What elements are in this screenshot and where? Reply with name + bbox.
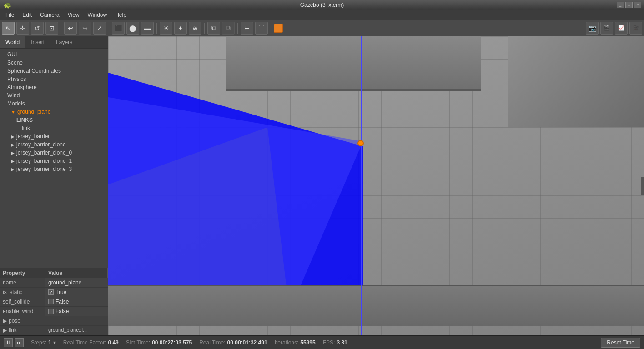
tree-jersey-barrier-clone-1[interactable]: ▶jersey_barrier_clone_1 bbox=[0, 157, 108, 165]
expand-btn[interactable]: ⤢ bbox=[93, 22, 106, 35]
right-edge-indicator bbox=[641, 177, 644, 195]
prop-isstatic-val: ✓ True bbox=[45, 288, 108, 297]
titlebar: 🐢 Gazebo (3_xterm) _ □ × bbox=[0, 0, 644, 10]
prop-selfcollide-row[interactable]: self_collide False bbox=[0, 297, 108, 307]
tree-scene[interactable]: Scene bbox=[0, 59, 108, 67]
simtime-item: Sim Time: 00 00:27:03.575 bbox=[126, 339, 192, 346]
tree-link[interactable]: link bbox=[0, 124, 108, 132]
tree-jersey-barrier[interactable]: ▶jersey_barrier bbox=[0, 132, 108, 140]
selection-handle[interactable] bbox=[357, 140, 364, 146]
menu-camera[interactable]: Camera bbox=[36, 11, 63, 19]
prop-pose-val bbox=[45, 316, 108, 325]
redo-btn[interactable]: ↪ bbox=[79, 22, 91, 35]
menu-view[interactable]: View bbox=[64, 11, 83, 19]
menu-file[interactable]: File bbox=[2, 11, 18, 19]
steps-dropdown-btn[interactable]: ▾ bbox=[53, 339, 56, 346]
color-indicator[interactable] bbox=[274, 24, 283, 33]
align-h-btn[interactable]: ⊢ bbox=[241, 22, 253, 35]
step-btn[interactable]: ⏭ bbox=[15, 338, 24, 347]
tree-area[interactable]: GUI Scene Spherical Coordinates Physics … bbox=[0, 49, 108, 268]
scale-tool-btn[interactable]: ⊡ bbox=[45, 22, 58, 35]
tree-models[interactable]: Models bbox=[0, 100, 108, 108]
tree-links[interactable]: LINKS bbox=[0, 116, 108, 124]
statusbar: ⏸ ⏭ Steps: 1 ▾ Real Time Factor: 0.49 Si… bbox=[0, 335, 644, 349]
cylinder-shape-btn[interactable]: ▬ bbox=[141, 22, 154, 35]
tree-ground-plane[interactable]: ▼ground_plane bbox=[0, 108, 108, 116]
prop-isstatic-key: is_static bbox=[0, 288, 45, 297]
sun-light-btn[interactable]: ☀ bbox=[160, 22, 172, 35]
self-collide-checkbox[interactable] bbox=[48, 299, 54, 304]
tree-atmosphere[interactable]: Atmosphere bbox=[0, 83, 108, 91]
expand-arrow-jersey-clone3: ▶ bbox=[11, 167, 15, 172]
paste-btn[interactable]: ⧉ bbox=[222, 22, 235, 35]
enable-wind-checkbox[interactable] bbox=[48, 309, 54, 314]
sep1 bbox=[61, 23, 61, 34]
prop-pose-row[interactable]: ▶ pose bbox=[0, 316, 108, 326]
prop-selfcollide-key: self_collide bbox=[0, 297, 45, 306]
tree-spherical-coords[interactable]: Spherical Coordinates bbox=[0, 67, 108, 75]
prop-name-key: name bbox=[0, 278, 45, 287]
reset-time-btn[interactable]: Reset Time bbox=[601, 338, 640, 348]
panel-tabs: World Insert Layers bbox=[0, 36, 108, 49]
simtime-value: 00 00:27:03.575 bbox=[152, 339, 192, 346]
realtime-value: 00 00:01:32.491 bbox=[227, 339, 267, 346]
close-btn[interactable]: × bbox=[634, 2, 641, 8]
tree-jersey-barrier-clone[interactable]: ▶jersey_barrier_clone bbox=[0, 140, 108, 149]
minimize-btn[interactable]: _ bbox=[617, 2, 624, 8]
copy-btn[interactable]: ⧉ bbox=[207, 22, 220, 35]
prop-link-row[interactable]: ▶ link ground_plane::l... bbox=[0, 326, 108, 335]
prop-name-row[interactable]: name ground_plane bbox=[0, 278, 108, 288]
tab-world[interactable]: World bbox=[0, 36, 25, 48]
screenshot-btn[interactable]: 📷 bbox=[586, 22, 599, 35]
rotate-tool-btn[interactable]: ↺ bbox=[31, 22, 44, 35]
prop-pose-key: ▶ pose bbox=[0, 316, 45, 325]
video-btn[interactable]: 🎥 bbox=[629, 22, 642, 35]
fps-value: 3.31 bbox=[337, 339, 347, 346]
expand-arrow-ground: ▼ bbox=[11, 110, 15, 115]
barrier-top-right bbox=[508, 36, 644, 127]
undo-btn[interactable]: ↩ bbox=[64, 22, 77, 35]
prop-header: Property Value bbox=[0, 268, 108, 278]
select-tool-btn[interactable]: ↖ bbox=[2, 22, 15, 35]
prop-name-val: ground_plane bbox=[45, 278, 108, 287]
tree-physics[interactable]: Physics bbox=[0, 75, 108, 83]
sep3 bbox=[156, 23, 157, 34]
expand-arrow-jersey: ▶ bbox=[11, 134, 15, 139]
prop-header-property: Property bbox=[0, 268, 45, 278]
steps-value: 1 bbox=[48, 339, 51, 346]
record-btn[interactable]: 🎬 bbox=[600, 22, 613, 35]
sep4 bbox=[204, 23, 205, 34]
simtime-label: Sim Time: bbox=[126, 339, 150, 346]
rtf-value: 0.49 bbox=[108, 339, 118, 346]
tree-jersey-barrier-clone-3[interactable]: ▶jersey_barrier_clone_3 bbox=[0, 165, 108, 173]
maximize-btn[interactable]: □ bbox=[625, 2, 633, 8]
tree-wind[interactable]: Wind bbox=[0, 91, 108, 100]
box-shape-btn[interactable]: ⬛ bbox=[112, 22, 125, 35]
viewport[interactable] bbox=[108, 36, 644, 335]
sphere-shape-btn[interactable]: ⬤ bbox=[126, 22, 139, 35]
barrier-bottom bbox=[108, 285, 644, 326]
steps-item: Steps: 1 ▾ bbox=[31, 339, 56, 346]
pause-btn[interactable]: ⏸ bbox=[4, 338, 13, 347]
translate-tool-btn[interactable]: ✛ bbox=[16, 22, 29, 35]
plot-btn[interactable]: 📈 bbox=[615, 22, 628, 35]
menu-edit[interactable]: Edit bbox=[19, 11, 35, 19]
window-controls: _ □ × bbox=[617, 2, 641, 8]
menu-window[interactable]: Window bbox=[84, 11, 111, 19]
tree-gui[interactable]: GUI bbox=[0, 50, 108, 59]
link-arrow-icon: ▶ bbox=[3, 327, 7, 334]
rtf-item: Real Time Factor: 0.49 bbox=[63, 339, 119, 346]
tab-layers[interactable]: Layers bbox=[50, 36, 78, 48]
tab-insert[interactable]: Insert bbox=[25, 36, 50, 48]
tree-jersey-barrier-clone-0[interactable]: ▶jersey_barrier_clone_0 bbox=[0, 149, 108, 157]
menu-help[interactable]: Help bbox=[111, 11, 130, 19]
snap-btn[interactable]: ⌒ bbox=[255, 22, 268, 35]
prop-isstatic-row[interactable]: is_static ✓ True bbox=[0, 288, 108, 297]
prop-enablewind-row[interactable]: enable_wind False bbox=[0, 307, 108, 316]
point-light-btn[interactable]: ✦ bbox=[174, 22, 187, 35]
prop-enablewind-val: False bbox=[45, 307, 108, 316]
toolbar: ↖ ✛ ↺ ⊡ ↩ ↪ ⤢ ⬛ ⬤ ▬ ☀ ✦ ≋ ⧉ ⧉ ⊢ ⌒ 📷 🎬 📈 … bbox=[0, 20, 644, 36]
is-static-checkbox[interactable]: ✓ bbox=[48, 289, 54, 295]
spot-light-btn[interactable]: ≋ bbox=[189, 22, 201, 35]
expand-arrow-jersey-clone: ▶ bbox=[11, 142, 15, 147]
